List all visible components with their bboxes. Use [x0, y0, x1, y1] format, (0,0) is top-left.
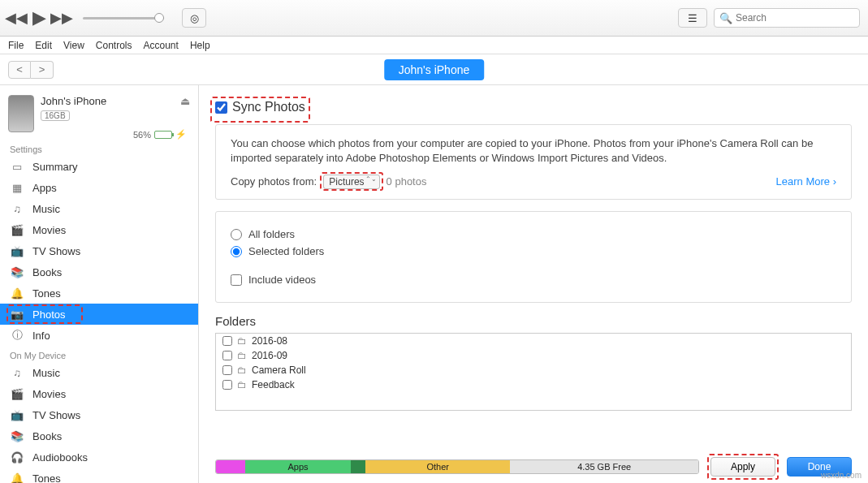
search-box[interactable]: 🔍 — [714, 8, 860, 28]
sidebar-item-movies[interactable]: 🎬Movies — [0, 383, 198, 404]
tones-icon: 🔔 — [10, 287, 24, 300]
nav-back-button[interactable]: < — [8, 61, 31, 79]
charging-icon: ⚡ — [175, 129, 187, 140]
sync-photos-checkbox[interactable] — [215, 101, 227, 114]
device-tab[interactable]: John's iPhone — [384, 59, 485, 80]
info-panel: You can choose which photos from your co… — [215, 124, 852, 200]
bottom-bar: Apps Other 4.35 GB Free Apply Done — [215, 457, 852, 477]
movies-icon: 🎬 — [10, 388, 24, 400]
sidebar-item-label: Books — [32, 430, 62, 442]
sidebar-item-tv-shows[interactable]: 📺TV Shows — [0, 240, 198, 261]
play-button[interactable]: ▶ — [31, 10, 47, 26]
menu-file[interactable]: File — [8, 40, 24, 51]
sidebar-item-books[interactable]: 📚Books — [0, 425, 198, 446]
airplay-icon: ◎ — [190, 12, 199, 24]
sidebar-item-apps[interactable]: ▦Apps — [0, 177, 198, 198]
sidebar-item-label: Books — [32, 266, 62, 278]
selected-folders-radio[interactable] — [231, 246, 242, 257]
menu-edit[interactable]: Edit — [35, 40, 52, 51]
list-icon: ☰ — [688, 12, 697, 24]
sidebar-item-label: Movies — [32, 224, 66, 236]
sidebar-item-summary[interactable]: ▭Summary — [0, 156, 198, 177]
summary-icon: ▭ — [10, 161, 24, 173]
apps-icon: ▦ — [10, 182, 24, 194]
sidebar-item-info[interactable]: ⓘInfo — [0, 325, 198, 346]
sidebar-item-books[interactable]: 📚Books — [0, 261, 198, 282]
menu-controls[interactable]: Controls — [96, 40, 132, 51]
folder-checkbox[interactable] — [222, 380, 232, 390]
folder-name: 2016-08 — [252, 335, 287, 347]
sidebar-item-music[interactable]: ♫Music — [0, 362, 198, 383]
sidebar-item-tones[interactable]: 🔔Tones — [0, 468, 198, 483]
next-track-button[interactable]: ▶▶ — [54, 10, 70, 26]
device-capacity: 16GB — [41, 110, 70, 121]
all-folders-radio[interactable] — [231, 229, 242, 240]
folder-name: Camera Roll — [252, 364, 306, 376]
info-text: You can choose which photos from your co… — [231, 136, 836, 166]
info-icon: ⓘ — [10, 328, 24, 343]
menu-view[interactable]: View — [63, 40, 84, 51]
folder-list[interactable]: 🗀2016-08🗀2016-09🗀Camera Roll🗀Feedback — [215, 333, 852, 411]
music-icon: ♫ — [10, 367, 24, 379]
folder-options-panel: All folders Selected folders Include vid… — [215, 211, 852, 303]
list-view-button[interactable]: ☰ — [678, 8, 707, 28]
folder-item[interactable]: 🗀Feedback — [216, 377, 851, 392]
eject-button[interactable]: ⏏ — [180, 95, 190, 107]
storage-seg-apps: Apps — [245, 460, 352, 473]
include-videos-checkbox[interactable] — [231, 274, 242, 286]
sidebar-item-audiobooks[interactable]: 🎧Audiobooks — [0, 446, 198, 468]
music-icon: ♫ — [10, 203, 24, 215]
storage-seg-misc — [351, 460, 365, 473]
sidebar-section-settings: Settings — [0, 140, 198, 156]
folder-icon: 🗀 — [237, 379, 247, 390]
main-panel: Sync Photos You can choose which photos … — [199, 85, 868, 483]
nav-row: < > John's iPhone — [0, 54, 868, 85]
selected-folders-label: Selected folders — [248, 245, 324, 257]
apply-button[interactable]: Apply — [710, 457, 775, 477]
volume-slider[interactable] — [83, 17, 164, 19]
folder-checkbox[interactable] — [222, 336, 232, 346]
airplay-button[interactable]: ◎ — [182, 8, 206, 28]
movies-icon: 🎬 — [10, 224, 24, 236]
photos-icon: 📷 — [10, 308, 24, 321]
audiobooks-icon: 🎧 — [10, 451, 24, 464]
search-input[interactable] — [736, 12, 854, 24]
menu-bar: File Edit View Controls Account Help — [0, 37, 868, 54]
sidebar-item-label: Photos — [32, 308, 65, 321]
menu-account[interactable]: Account — [144, 40, 179, 51]
copy-from-dropdown[interactable]: Pictures — [323, 175, 379, 189]
storage-seg-other: Other — [365, 460, 510, 473]
storage-seg-photos — [216, 460, 245, 473]
sidebar-item-tv-shows[interactable]: 📺TV Shows — [0, 404, 198, 425]
learn-more-link[interactable]: Learn More › — [776, 175, 836, 188]
tones-icon: 🔔 — [10, 472, 24, 484]
sidebar-item-photos[interactable]: 📷Photos — [0, 304, 198, 325]
sidebar-item-tones[interactable]: 🔔Tones — [0, 282, 198, 304]
battery-icon — [154, 131, 172, 139]
storage-seg-free: 4.35 GB Free — [510, 460, 698, 473]
books-icon: 📚 — [10, 430, 24, 442]
photo-count: 0 photos — [386, 175, 427, 188]
sidebar-item-label: Music — [32, 367, 60, 379]
folder-checkbox[interactable] — [222, 351, 232, 360]
tv shows-icon: 📺 — [10, 245, 24, 257]
sidebar-item-label: TV Shows — [32, 245, 80, 257]
folder-icon: 🗀 — [237, 335, 247, 347]
storage-bar: Apps Other 4.35 GB Free — [215, 459, 699, 474]
folder-item[interactable]: 🗀2016-09 — [216, 348, 851, 363]
folder-item[interactable]: 🗀2016-08 — [216, 334, 851, 348]
sidebar-item-label: TV Shows — [32, 409, 80, 421]
folders-heading: Folders — [215, 314, 852, 328]
sidebar-item-music[interactable]: ♫Music — [0, 198, 198, 219]
sidebar-item-movies[interactable]: 🎬Movies — [0, 219, 198, 240]
nav-forward-button[interactable]: > — [31, 61, 54, 79]
folder-name: 2016-09 — [252, 350, 287, 361]
menu-help[interactable]: Help — [190, 40, 210, 51]
sidebar-item-label: Apps — [32, 182, 57, 194]
copy-from-label: Copy photos from: — [231, 175, 317, 188]
sidebar-item-label: Info — [32, 330, 50, 342]
device-name: John's iPhone — [41, 95, 174, 107]
prev-track-button[interactable]: ◀◀ — [8, 10, 24, 26]
folder-checkbox[interactable] — [222, 365, 232, 375]
folder-item[interactable]: 🗀Camera Roll — [216, 363, 851, 377]
